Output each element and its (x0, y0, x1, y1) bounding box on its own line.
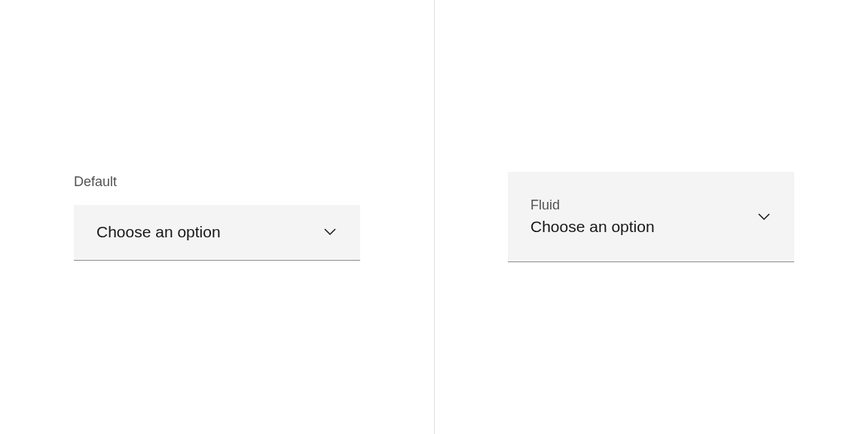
default-dropdown-text: Choose an option (96, 223, 221, 241)
default-panel: Default Choose an option (0, 0, 434, 434)
fluid-label: Fluid (530, 197, 655, 213)
fluid-panel: Fluid Choose an option (434, 0, 868, 434)
chevron-down-icon (322, 225, 338, 240)
vertical-divider (434, 0, 435, 434)
default-dropdown[interactable]: Choose an option (74, 205, 360, 261)
fluid-dropdown-text: Choose an option (530, 218, 655, 236)
fluid-dropdown-inner: Fluid Choose an option (530, 197, 655, 236)
default-label: Default (74, 174, 360, 190)
chevron-down-icon (756, 209, 772, 225)
fluid-dropdown[interactable]: Fluid Choose an option (508, 172, 794, 262)
